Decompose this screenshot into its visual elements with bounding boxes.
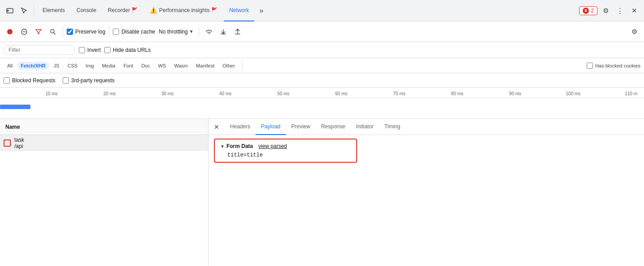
network-toolbar: Preserve log Disable cache No throttling… <box>0 21 644 42</box>
tab-initiator[interactable]: Initiator <box>350 119 379 135</box>
hide-data-urls-checkbox[interactable]: Hide data URLs <box>104 47 151 53</box>
detail-content: ▼ Form Data view parsed title=title <box>209 135 644 266</box>
tab-bar: Elements Console Recorder 🚩 ⚠️ Performan… <box>0 0 644 21</box>
type-btn-img[interactable]: Img <box>82 62 97 70</box>
type-btn-fetch-xhr[interactable]: Fetch/XHR <box>17 62 49 70</box>
tab-timing[interactable]: Timing <box>379 119 406 135</box>
preserve-log-input[interactable] <box>67 29 73 35</box>
error-badge[interactable]: ✕ 2 <box>579 6 597 15</box>
tab-response[interactable]: Response <box>316 119 350 135</box>
table-row[interactable]: task/api <box>0 135 208 151</box>
tab-bar-right: ✕ 2 ⚙ ⋮ ✕ <box>579 4 640 17</box>
name-header: Name <box>0 119 208 135</box>
type-btn-js[interactable]: JS <box>50 62 63 70</box>
filter-icon[interactable] <box>32 25 45 38</box>
network-settings-icon[interactable]: ⚙ <box>628 25 640 38</box>
tab-headers[interactable]: Headers <box>225 119 256 135</box>
third-party-input[interactable] <box>63 77 69 84</box>
preserve-log-checkbox[interactable]: Preserve log <box>67 29 105 35</box>
tick-50ms: 50 ms <box>277 91 290 96</box>
tick-80ms: 80 ms <box>451 91 463 96</box>
name-list: task/api <box>0 135 208 266</box>
has-blocked-input[interactable] <box>587 63 593 69</box>
disable-cache-checkbox[interactable]: Disable cache <box>113 29 155 35</box>
request-icon <box>4 139 11 147</box>
type-btn-doc[interactable]: Doc <box>138 62 154 70</box>
type-btn-css[interactable]: CSS <box>64 62 81 70</box>
export-icon[interactable] <box>231 25 244 38</box>
form-data-arrow[interactable]: ▼ <box>220 144 225 149</box>
invert-input[interactable] <box>79 47 85 53</box>
tab-elements[interactable]: Elements <box>37 0 70 21</box>
tick-20ms: 20 ms <box>103 91 115 96</box>
inspect-icon[interactable] <box>18 4 30 17</box>
tick-70ms: 70 ms <box>393 91 405 96</box>
more-tabs-icon[interactable]: » <box>255 4 268 17</box>
detail-panel: ✕ Headers Payload Preview Response Initi… <box>209 119 644 266</box>
request-name: task/api <box>14 137 24 149</box>
toolbar-sep-1 <box>63 26 63 37</box>
wifi-icon[interactable] <box>203 25 215 38</box>
form-data-header: ▼ Form Data view parsed <box>220 143 351 149</box>
filter-bar: Invert Hide data URLs <box>0 42 644 58</box>
extras-bar: Blocked Requests 3rd-party requests <box>0 73 644 88</box>
blocked-requests-checkbox[interactable]: Blocked Requests <box>4 77 55 84</box>
type-btn-font[interactable]: Font <box>120 62 137 70</box>
tab-network[interactable]: Network <box>224 0 254 21</box>
tab-performance-insights[interactable]: ⚠️ Performance insights 🚩 <box>144 0 223 21</box>
error-x-icon: ✕ <box>583 8 589 14</box>
dock-icon[interactable] <box>4 4 16 17</box>
tick-60ms: 60 ms <box>335 91 347 96</box>
type-btn-other[interactable]: Other <box>219 62 239 70</box>
form-data-value: title=title <box>220 152 351 158</box>
close-devtools-icon[interactable]: ✕ <box>628 4 640 17</box>
third-party-checkbox[interactable]: 3rd-party requests <box>63 77 115 84</box>
disable-cache-input[interactable] <box>113 29 119 35</box>
tick-40ms: 40 ms <box>219 91 231 96</box>
search-icon[interactable] <box>47 25 59 38</box>
main-split: Name task/api ✕ Headers Payload Preview … <box>0 119 644 266</box>
close-detail-button[interactable]: ✕ <box>210 121 223 133</box>
tick-100ms: 100 ms <box>566 91 580 96</box>
type-btn-all[interactable]: All <box>4 62 16 70</box>
timeline-waterfall <box>0 98 644 118</box>
type-filter-sep <box>242 61 243 70</box>
throttle-selector[interactable]: No throttling ▼ <box>157 28 196 36</box>
record-button[interactable] <box>4 25 16 38</box>
detail-tabs: ✕ Headers Payload Preview Response Initi… <box>209 119 644 135</box>
tab-console[interactable]: Console <box>71 0 102 21</box>
view-parsed-link[interactable]: view parsed <box>258 143 287 149</box>
throttle-arrow-icon: ▼ <box>189 29 193 34</box>
tab-recorder[interactable]: Recorder 🚩 <box>102 0 143 21</box>
form-data-section: ▼ Form Data view parsed title=title <box>214 139 357 163</box>
tick-30ms: 30 ms <box>162 91 174 96</box>
type-btn-wasm[interactable]: Wasm <box>171 62 192 70</box>
form-data-title: ▼ Form Data <box>220 143 253 149</box>
more-options-icon[interactable]: ⋮ <box>614 4 626 17</box>
toolbar-sep-3 <box>199 26 199 37</box>
timeline-ruler: 10 ms 20 ms 30 ms 40 ms 50 ms 60 ms 70 m… <box>0 88 644 98</box>
blocked-requests-input[interactable] <box>4 77 10 84</box>
type-filter-bar: All Fetch/XHR JS CSS Img Media Font Doc … <box>0 58 644 73</box>
type-btn-media[interactable]: Media <box>98 62 119 70</box>
tab-preview[interactable]: Preview <box>286 119 316 135</box>
tab-payload[interactable]: Payload <box>256 119 286 135</box>
tab-bar-left: Elements Console Recorder 🚩 ⚠️ Performan… <box>4 0 578 21</box>
name-panel: Name task/api <box>0 119 209 266</box>
settings-icon[interactable]: ⚙ <box>599 4 612 17</box>
stop-button[interactable] <box>18 25 30 38</box>
filter-input[interactable] <box>4 45 75 55</box>
tab-icons <box>4 4 34 17</box>
tick-110ms: 110 m <box>625 91 637 96</box>
type-btn-manifest[interactable]: Manifest <box>192 62 218 70</box>
invert-checkbox[interactable]: Invert <box>79 47 101 53</box>
type-btn-ws[interactable]: WS <box>154 62 170 70</box>
waterfall-bar <box>0 105 30 109</box>
timeline-section: 10 ms 20 ms 30 ms 40 ms 50 ms 60 ms 70 m… <box>0 88 644 119</box>
svg-point-2 <box>7 29 13 34</box>
svg-line-6 <box>54 33 55 34</box>
svg-point-5 <box>51 30 54 33</box>
import-icon[interactable] <box>217 25 230 38</box>
has-blocked-checkbox-wrapper: Has blocked cookies <box>587 63 640 69</box>
hide-data-urls-input[interactable] <box>104 47 111 53</box>
